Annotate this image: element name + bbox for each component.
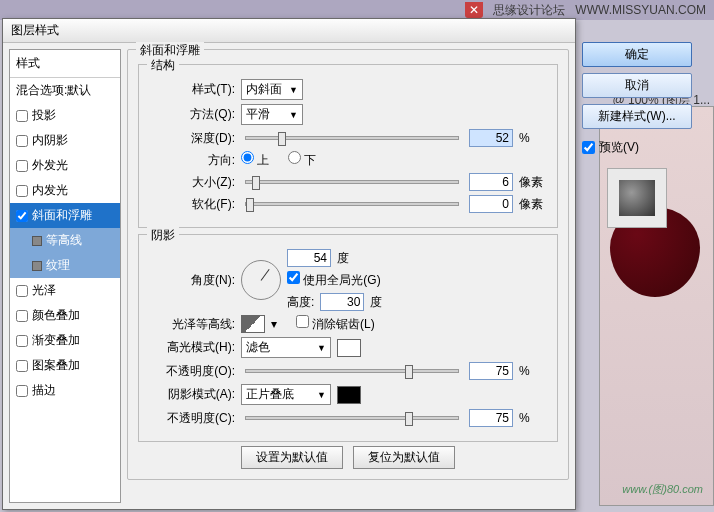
satin-item[interactable]: 光泽	[10, 278, 120, 303]
angle-dial[interactable]	[241, 260, 281, 300]
bevel-checkbox[interactable]	[16, 210, 28, 222]
structure-group: 结构 样式(T):内斜面▼ 方法(Q):平滑▼ 深度(D):52% 方向: 上 …	[138, 64, 558, 228]
outer-glow-checkbox[interactable]	[16, 160, 28, 172]
shadow-opacity-slider[interactable]	[245, 416, 459, 420]
preview-thumbnail	[607, 168, 667, 228]
style-select[interactable]: 内斜面▼	[241, 79, 303, 100]
watermark-text: www.(图)80.com	[622, 482, 703, 497]
direction-down-radio[interactable]: 下	[288, 151, 316, 169]
dialog-title: 图层样式	[3, 19, 575, 43]
altitude-input[interactable]: 30	[320, 293, 364, 311]
ok-button[interactable]: 确定	[582, 42, 692, 67]
soften-input[interactable]: 0	[469, 195, 513, 213]
gloss-contour-label: 光泽等高线:	[147, 316, 235, 333]
pattern-overlay-checkbox[interactable]	[16, 360, 28, 372]
highlight-opacity-input[interactable]: 75	[469, 362, 513, 380]
texture-swatch-icon	[32, 261, 42, 271]
structure-label: 结构	[147, 57, 179, 74]
blend-options-item[interactable]: 混合选项:默认	[10, 78, 120, 103]
bevel-emboss-item[interactable]: 斜面和浮雕	[10, 203, 120, 228]
color-overlay-item[interactable]: 颜色叠加	[10, 303, 120, 328]
size-label: 大小(Z):	[147, 174, 235, 191]
antialias-checkbox[interactable]: 消除锯齿(L)	[296, 315, 375, 333]
highlight-mode-select[interactable]: 滤色▼	[241, 337, 331, 358]
gloss-contour-picker[interactable]	[241, 315, 265, 333]
depth-input[interactable]: 52	[469, 129, 513, 147]
style-label: 样式(T):	[147, 81, 235, 98]
texture-item[interactable]: 纹理	[10, 253, 120, 278]
layer-style-dialog: 图层样式 样式 混合选项:默认 投影 内阴影 外发光 内发光 斜面和浮雕 等高线…	[2, 18, 576, 510]
shadow-mode-label: 阴影模式(A):	[147, 386, 235, 403]
dropdown-arrow-icon: ▼	[317, 390, 326, 400]
forum-name: 思缘设计论坛	[493, 2, 565, 19]
dropdown-arrow-icon: ▼	[289, 110, 298, 120]
make-default-button[interactable]: 设置为默认值	[241, 446, 343, 469]
angle-input[interactable]: 54	[287, 249, 331, 267]
gradient-overlay-checkbox[interactable]	[16, 335, 28, 347]
depth-slider[interactable]	[245, 136, 459, 140]
depth-label: 深度(D):	[147, 130, 235, 147]
outer-glow-item[interactable]: 外发光	[10, 153, 120, 178]
angle-label: 角度(N):	[147, 272, 235, 289]
global-light-checkbox[interactable]: 使用全局光(G)	[287, 271, 382, 289]
inner-glow-checkbox[interactable]	[16, 185, 28, 197]
inner-glow-item[interactable]: 内发光	[10, 178, 120, 203]
soften-label: 软化(F):	[147, 196, 235, 213]
color-overlay-checkbox[interactable]	[16, 310, 28, 322]
new-style-button[interactable]: 新建样式(W)...	[582, 104, 692, 129]
soften-slider[interactable]	[245, 202, 459, 206]
dropdown-arrow-icon: ▼	[289, 85, 298, 95]
direction-label: 方向:	[147, 152, 235, 169]
preview-checkbox[interactable]: 预览(V)	[582, 139, 692, 156]
reset-default-button[interactable]: 复位为默认值	[353, 446, 455, 469]
technique-label: 方法(Q):	[147, 106, 235, 123]
dialog-right-panel: 确定 取消 新建样式(W)... 预览(V)	[582, 42, 692, 234]
styles-header[interactable]: 样式	[10, 50, 120, 78]
satin-checkbox[interactable]	[16, 285, 28, 297]
altitude-label: 高度:	[287, 294, 314, 311]
inner-shadow-checkbox[interactable]	[16, 135, 28, 147]
highlight-opacity-label: 不透明度(O):	[147, 363, 235, 380]
technique-select[interactable]: 平滑▼	[241, 104, 303, 125]
cancel-button[interactable]: 取消	[582, 73, 692, 98]
size-input[interactable]: 6	[469, 173, 513, 191]
window-close-button[interactable]: ✕	[465, 2, 483, 18]
shadow-color-swatch[interactable]	[337, 386, 361, 404]
contour-item[interactable]: 等高线	[10, 228, 120, 253]
highlight-color-swatch[interactable]	[337, 339, 361, 357]
inner-shadow-item[interactable]: 内阴影	[10, 128, 120, 153]
drop-shadow-item[interactable]: 投影	[10, 103, 120, 128]
shading-label: 阴影	[147, 227, 179, 244]
forum-url: WWW.MISSYUAN.COM	[575, 3, 706, 17]
pattern-overlay-item[interactable]: 图案叠加	[10, 353, 120, 378]
style-list-panel: 样式 混合选项:默认 投影 内阴影 外发光 内发光 斜面和浮雕 等高线 纹理 光…	[9, 49, 121, 503]
shadow-mode-select[interactable]: 正片叠底▼	[241, 384, 331, 405]
highlight-opacity-slider[interactable]	[245, 369, 459, 373]
bevel-group: 斜面和浮雕 结构 样式(T):内斜面▼ 方法(Q):平滑▼ 深度(D):52% …	[127, 49, 569, 480]
shadow-opacity-input[interactable]: 75	[469, 409, 513, 427]
gradient-overlay-item[interactable]: 渐变叠加	[10, 328, 120, 353]
dropdown-arrow-icon: ▼	[317, 343, 326, 353]
dropdown-arrow-icon[interactable]: ▾	[271, 317, 277, 331]
highlight-mode-label: 高光模式(H):	[147, 339, 235, 356]
size-slider[interactable]	[245, 180, 459, 184]
stroke-checkbox[interactable]	[16, 385, 28, 397]
contour-swatch-icon	[32, 236, 42, 246]
direction-up-radio[interactable]: 上	[241, 151, 269, 169]
shadow-opacity-label: 不透明度(C):	[147, 410, 235, 427]
drop-shadow-checkbox[interactable]	[16, 110, 28, 122]
shading-group: 阴影 角度(N):54度 使用全局光(G)高度:30度 光泽等高线:▾ 消除锯齿…	[138, 234, 558, 442]
stroke-item[interactable]: 描边	[10, 378, 120, 403]
